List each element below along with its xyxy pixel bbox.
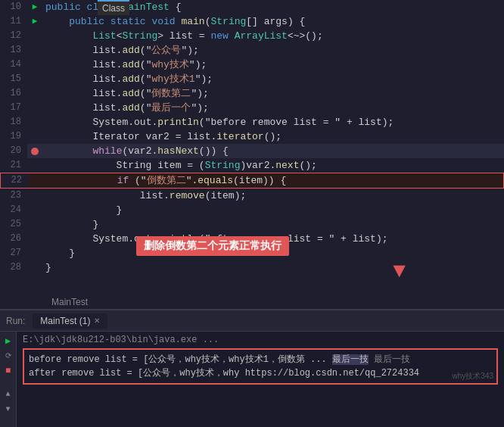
code-line-11: 11▶ public static void main(String[] arg… xyxy=(0,14,504,29)
code-content: } xyxy=(42,217,504,232)
code-line-10: 10▶public class MainTest { xyxy=(0,0,504,14)
breakpoint-dot xyxy=(31,148,39,155)
code-line-23: 23 list.remove(item); xyxy=(0,189,504,203)
tab-close-icon[interactable]: ✕ xyxy=(94,316,100,325)
console-toolbar: ▶ ⟳ ■ ▲ ▼ xyxy=(0,332,17,427)
line-number: 19 xyxy=(0,129,27,144)
line-number: 12 xyxy=(0,29,27,43)
code-line-21: 21 String item = (String)var2.next(); xyxy=(0,158,504,173)
editor-area: 10▶public class MainTest {11▶ public sta… xyxy=(0,0,504,295)
code-content: list.add("why技术"); xyxy=(42,58,504,72)
run-tab[interactable]: MainTest (1) ✕ xyxy=(33,313,107,329)
code-content: list.add("最后一个"); xyxy=(42,101,504,115)
code-content: list.add("公众号"); xyxy=(42,43,504,58)
code-content: list.add("why技术1"); xyxy=(42,72,504,86)
line-number: 18 xyxy=(0,115,27,129)
line-number: 26 xyxy=(0,232,27,246)
code-line-24: 24 } xyxy=(0,203,504,217)
tab-label: MainTest (1) xyxy=(40,316,90,326)
console-content: E:\jdk\jdk8u212-b03\bin\java.exe ... bef… xyxy=(17,332,504,388)
run-tab-bar: Run: MainTest (1) ✕ xyxy=(0,310,504,332)
code-content: while(var2.hasNext()) { xyxy=(42,144,504,158)
line-number: 25 xyxy=(0,217,27,232)
code-content: list.remove(item); xyxy=(42,189,504,203)
debug-arrow-icon: ▶ xyxy=(33,0,38,14)
line-number: 15 xyxy=(0,72,27,86)
code-line-19: 19 Iterator var2 = list.iterator(); xyxy=(0,129,504,144)
main-test-label: MainTest xyxy=(0,295,504,310)
breakpoint-area: ▶ xyxy=(27,0,42,14)
code-line-12: 12 List<String> list = new ArrayList<~>(… xyxy=(0,29,504,43)
console-path: E:\jdk\jdk8u212-b03\bin\java.exe ... xyxy=(23,335,498,345)
code-line-25: 25 } xyxy=(0,217,504,232)
console-output: before remove list = [公众号，why技术，why技术1，倒… xyxy=(23,348,498,385)
play-button[interactable]: ▶ xyxy=(2,335,14,347)
code-content: List<String> list = new ArrayList<~>(); xyxy=(42,29,504,43)
highlight-text-1: 最后一技 xyxy=(332,354,369,365)
watermark: why技术343 xyxy=(453,371,493,382)
line-number: 21 xyxy=(0,158,27,173)
code-line-16: 16 list.add("倒数第二"); xyxy=(0,86,504,101)
rerun-button[interactable]: ⟳ xyxy=(2,350,14,362)
debug-arrow-icon: ▶ xyxy=(33,14,38,29)
code-line-15: 15 list.add("why技术1"); xyxy=(0,72,504,86)
code-content: Iterator var2 = list.iterator(); xyxy=(42,129,504,144)
annotation-box: 删除倒数第二个元素正常执行 xyxy=(136,236,289,256)
code-line-22: 22 if ("倒数第二".equals(item)) { xyxy=(0,173,504,189)
line-number: 22 xyxy=(1,173,28,188)
breakpoint-area: ▶ xyxy=(27,14,42,29)
run-label: Run: xyxy=(6,316,25,326)
line-number: 28 xyxy=(0,260,27,275)
breakpoint-area xyxy=(27,148,42,155)
code-content: } xyxy=(42,260,504,275)
scroll-down-button[interactable]: ▼ xyxy=(2,403,14,415)
code-line-28: 28} xyxy=(0,260,504,275)
output-line-1: before remove list = [公众号，why技术，why技术1，倒… xyxy=(29,353,492,366)
class-tab: Class xyxy=(98,0,129,15)
code-line-17: 17 list.add("最后一个"); xyxy=(0,101,504,115)
code-content: String item = (String)var2.next(); xyxy=(42,158,504,173)
code-line-18: 18 System.out.println("before remove lis… xyxy=(0,115,504,129)
output-suffix-1: 最后一技 xyxy=(374,354,410,365)
code-content: if ("倒数第二".equals(item)) { xyxy=(43,173,503,188)
output-line-2: after remove list = [公众号，why技术，why https… xyxy=(29,366,492,380)
scroll-up-button[interactable]: ▲ xyxy=(2,388,14,400)
line-number: 27 xyxy=(0,246,27,260)
line-number: 10 xyxy=(0,0,27,14)
arrow-down-icon: ▼ xyxy=(393,260,406,283)
bottom-panel: Run: MainTest (1) ✕ ▶ ⟳ ■ ▲ ▼ E:\jdk\jdk… xyxy=(0,310,504,427)
code-line-13: 13 list.add("公众号"); xyxy=(0,43,504,58)
line-number: 17 xyxy=(0,101,27,115)
code-line-14: 14 list.add("why技术"); xyxy=(0,58,504,72)
line-number: 14 xyxy=(0,58,27,72)
line-number: 23 xyxy=(0,189,27,203)
line-number: 13 xyxy=(0,43,27,58)
line-number: 24 xyxy=(0,203,27,217)
code-content: list.add("倒数第二"); xyxy=(42,86,504,101)
stop-button[interactable]: ■ xyxy=(2,365,14,377)
line-number: 20 xyxy=(0,144,27,158)
line-number: 16 xyxy=(0,86,27,101)
code-content: } xyxy=(42,203,504,217)
console-area: ▶ ⟳ ■ ▲ ▼ E:\jdk\jdk8u212-b03\bin\java.e… xyxy=(0,332,504,427)
line-number: 11 xyxy=(0,14,27,29)
code-line-20: 20 while(var2.hasNext()) { xyxy=(0,144,504,158)
code-content: public static void main(String[] args) { xyxy=(42,14,504,29)
code-content: System.out.println("before remove list =… xyxy=(42,115,504,129)
